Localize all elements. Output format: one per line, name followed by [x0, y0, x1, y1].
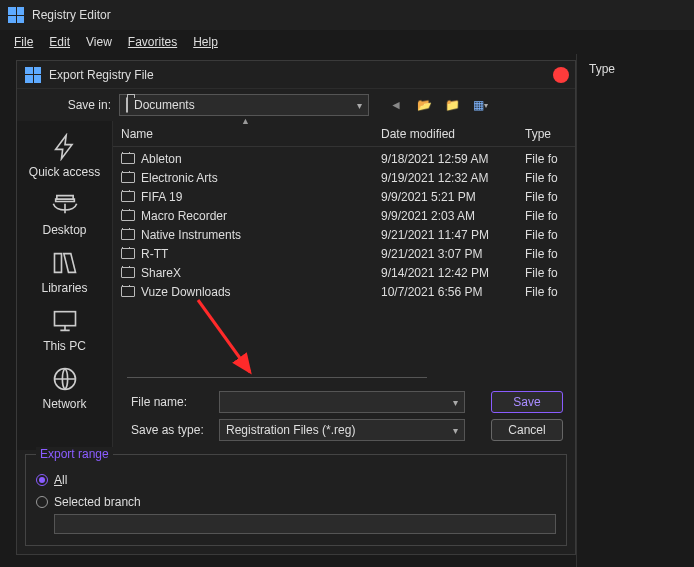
- file-type: File fo: [525, 228, 567, 242]
- place-quick-access[interactable]: Quick access: [17, 127, 112, 185]
- sort-indicator-icon: ▲: [241, 116, 250, 126]
- file-name: ShareX: [141, 266, 181, 280]
- export-range-legend: Export range: [36, 447, 113, 461]
- file-date: 9/21/2021 11:47 PM: [381, 228, 525, 242]
- menu-favorites[interactable]: Favorites: [122, 33, 183, 51]
- file-date: 9/19/2021 12:32 AM: [381, 171, 525, 185]
- table-row[interactable]: R-TT9/21/2021 3:07 PMFile fo: [121, 244, 567, 263]
- menu-edit[interactable]: Edit: [43, 33, 76, 51]
- pc-icon: [51, 307, 79, 335]
- cancel-button[interactable]: Cancel: [491, 419, 563, 441]
- app-titlebar: Registry Editor: [0, 0, 694, 30]
- place-libraries[interactable]: Libraries: [17, 243, 112, 301]
- save-in-value: Documents: [134, 98, 195, 112]
- file-type: File fo: [525, 152, 567, 166]
- menubar: File Edit View Favorites Help: [0, 30, 694, 54]
- radio-all-label: All: [54, 473, 67, 487]
- table-row[interactable]: Macro Recorder9/9/2021 2:03 AMFile fo: [121, 206, 567, 225]
- radio-all[interactable]: [36, 474, 48, 486]
- col-date-header[interactable]: Date modified: [381, 127, 525, 141]
- table-row[interactable]: Vuze Downloads10/7/2021 6:56 PMFile fo: [121, 282, 567, 301]
- menu-file[interactable]: File: [8, 33, 39, 51]
- file-name: FIFA 19: [141, 190, 182, 204]
- file-date: 9/14/2021 12:42 PM: [381, 266, 525, 280]
- right-panel: Type: [576, 54, 694, 567]
- radio-selected-row[interactable]: Selected branch: [36, 491, 556, 513]
- menu-help[interactable]: Help: [187, 33, 224, 51]
- dialog-title: Export Registry File: [49, 68, 154, 82]
- place-desktop[interactable]: Desktop: [17, 185, 112, 243]
- file-name: Vuze Downloads: [141, 285, 231, 299]
- file-type: File fo: [525, 285, 567, 299]
- table-row[interactable]: FIFA 199/9/2021 5:21 PMFile fo: [121, 187, 567, 206]
- chevron-down-icon: ▾: [453, 397, 458, 408]
- file-list[interactable]: Ableton9/18/2021 12:59 AMFile foElectron…: [113, 147, 575, 369]
- menu-view[interactable]: View: [80, 33, 118, 51]
- chevron-down-icon: ▾: [453, 425, 458, 436]
- back-button[interactable]: ◄: [387, 96, 405, 114]
- file-name: Electronic Arts: [141, 171, 218, 185]
- save-as-type-label: Save as type:: [125, 423, 211, 437]
- save-in-combo[interactable]: Documents ▾: [119, 94, 369, 116]
- folder-icon: [121, 153, 135, 164]
- save-button[interactable]: Save: [491, 391, 563, 413]
- table-row[interactable]: Electronic Arts9/19/2021 12:32 AMFile fo: [121, 168, 567, 187]
- file-date: 9/9/2021 5:21 PM: [381, 190, 525, 204]
- folder-icon: [121, 248, 135, 259]
- desktop-icon: [51, 191, 79, 219]
- dialog-body: Quick access Desktop Libraries This PC N…: [17, 121, 575, 450]
- save-as-type-combo[interactable]: Registration Files (*.reg) ▾: [219, 419, 465, 441]
- file-type: File fo: [525, 209, 567, 223]
- place-network[interactable]: Network: [17, 359, 112, 417]
- col-name-header[interactable]: Name: [121, 127, 381, 141]
- app-icon: [8, 7, 24, 23]
- radio-all-row[interactable]: All: [36, 469, 556, 491]
- file-date: 9/9/2021 2:03 AM: [381, 209, 525, 223]
- folder-icon: [121, 191, 135, 202]
- table-row[interactable]: ShareX9/14/2021 12:42 PMFile fo: [121, 263, 567, 282]
- radio-selected-label: Selected branch: [54, 495, 141, 509]
- col-type-header[interactable]: Type: [525, 127, 567, 141]
- view-menu-button[interactable]: ▦▾: [471, 96, 489, 114]
- file-date: 9/21/2021 3:07 PM: [381, 247, 525, 261]
- file-name: Ableton: [141, 152, 182, 166]
- folder-icon: [121, 267, 135, 278]
- file-type: File fo: [525, 247, 567, 261]
- file-name: Native Instruments: [141, 228, 241, 242]
- chevron-down-icon: ▾: [357, 100, 362, 111]
- branch-input[interactable]: [54, 514, 556, 534]
- folder-icon: [126, 98, 128, 112]
- save-in-row: Save in: Documents ▾ ◄ 📂 📁 ▦▾: [17, 89, 575, 121]
- annotation-dot: [553, 67, 569, 83]
- lightning-icon: [51, 133, 79, 161]
- folder-icon: [121, 172, 135, 183]
- file-date: 10/7/2021 6:56 PM: [381, 285, 525, 299]
- up-one-level-button[interactable]: 📂: [415, 96, 433, 114]
- file-type: File fo: [525, 171, 567, 185]
- libraries-icon: [51, 249, 79, 277]
- table-row[interactable]: Native Instruments9/21/2021 11:47 PMFile…: [121, 225, 567, 244]
- export-dialog: Export Registry File Save in: Documents …: [16, 60, 576, 555]
- file-type: File fo: [525, 190, 567, 204]
- folder-icon: [121, 210, 135, 221]
- export-range-group: Export range All Selected branch: [25, 454, 567, 546]
- folder-icon: [121, 229, 135, 240]
- file-list-headers: ▲ Name Date modified Type: [113, 121, 575, 147]
- save-as-type-value: Registration Files (*.reg): [226, 423, 355, 437]
- places-bar: Quick access Desktop Libraries This PC N…: [17, 121, 113, 450]
- table-row[interactable]: Ableton9/18/2021 12:59 AMFile fo: [121, 149, 567, 168]
- save-in-label: Save in:: [27, 98, 111, 112]
- file-name: R-TT: [141, 247, 168, 261]
- file-name: Macro Recorder: [141, 209, 227, 223]
- dialog-icon: [25, 67, 41, 83]
- globe-icon: [51, 365, 79, 393]
- file-area: ▲ Name Date modified Type Ableton9/18/20…: [113, 121, 575, 450]
- new-folder-button[interactable]: 📁: [443, 96, 461, 114]
- app-title: Registry Editor: [32, 8, 111, 22]
- radio-selected[interactable]: [36, 496, 48, 508]
- place-this-pc[interactable]: This PC: [17, 301, 112, 359]
- file-date: 9/18/2021 12:59 AM: [381, 152, 525, 166]
- folder-icon: [121, 286, 135, 297]
- file-name-input[interactable]: ▾: [219, 391, 465, 413]
- column-type-header[interactable]: Type: [589, 62, 682, 76]
